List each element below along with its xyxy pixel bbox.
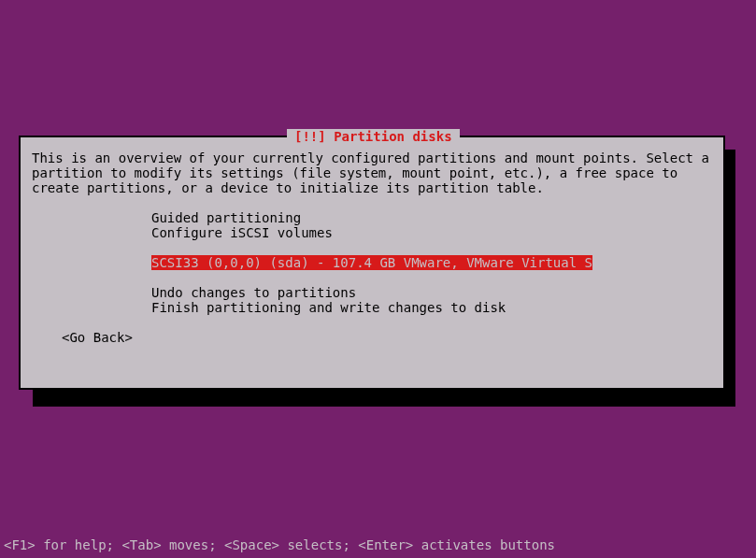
dialog-title: [!!] Partition disks [287,129,460,144]
go-back-button[interactable]: <Go Back> [62,330,712,345]
menu-finish-partitioning[interactable]: Finish partitioning and write changes to… [151,300,712,315]
menu-disk-scsi33[interactable]: SCSI33 (0,0,0) (sda) - 107.4 GB VMware, … [151,255,592,270]
intro-text: This is an overview of your currently co… [32,150,712,195]
spacer [151,270,712,285]
spacer [151,240,712,255]
partition-dialog: [!!] Partition disks This is an overview… [19,136,725,390]
menu-configure-iscsi[interactable]: Configure iSCSI volumes [151,225,712,240]
footer-help-text: <F1> for help; <Tab> moves; <Space> sele… [4,537,555,552]
menu-section: Guided partitioning Configure iSCSI volu… [151,210,712,315]
menu-undo-changes[interactable]: Undo changes to partitions [151,285,712,300]
dialog-content: This is an overview of your currently co… [21,137,723,358]
menu-guided-partitioning[interactable]: Guided partitioning [151,210,712,225]
